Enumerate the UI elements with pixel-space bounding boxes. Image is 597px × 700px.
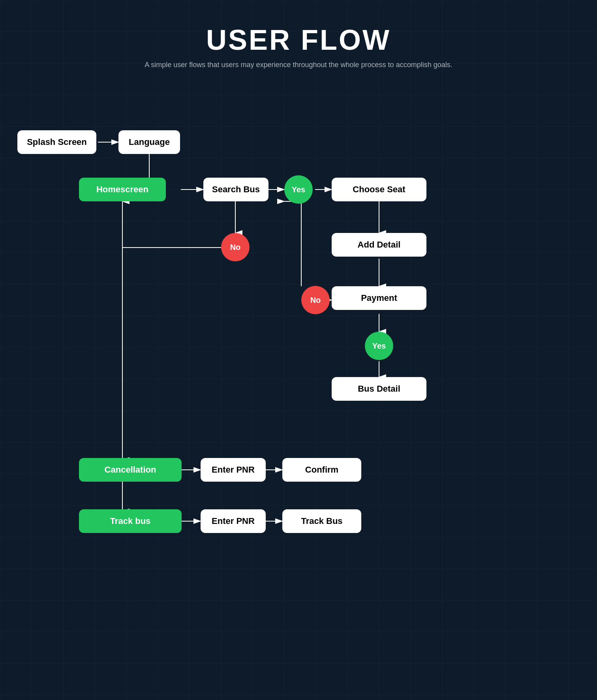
add-detail-node: Add Detail [332,233,426,257]
payment-node: Payment [332,286,426,310]
flow-svg [0,85,597,677]
confirm-node: Confirm [282,458,361,482]
track-bus-node: Track bus [79,509,182,533]
no2-node: No [301,286,330,314]
choose-seat-node: Choose Seat [332,178,426,201]
homescreen-node: Homescreen [79,178,166,201]
page-content: USER FLOW A simple user flows that users… [0,0,597,700]
track-bus-result-node: Track Bus [282,509,361,533]
splash-screen-node: Splash Screen [17,130,96,154]
enter-pnr-cancel-node: Enter PNR [201,458,266,482]
flow-container: Splash Screen Language Homescreen Search… [0,85,597,677]
enter-pnr-track-node: Enter PNR [201,509,266,533]
page-title: USER FLOW [0,24,597,56]
bus-detail-node: Bus Detail [332,377,426,401]
header: USER FLOW A simple user flows that users… [0,0,597,85]
language-node: Language [118,130,180,154]
yes1-node: Yes [284,175,313,204]
no1-node: No [221,233,250,261]
cancellation-node: Cancellation [79,458,182,482]
yes2-node: Yes [365,332,393,360]
page-subtitle: A simple user flows that users may exper… [0,61,597,69]
search-bus-node: Search Bus [203,178,268,201]
